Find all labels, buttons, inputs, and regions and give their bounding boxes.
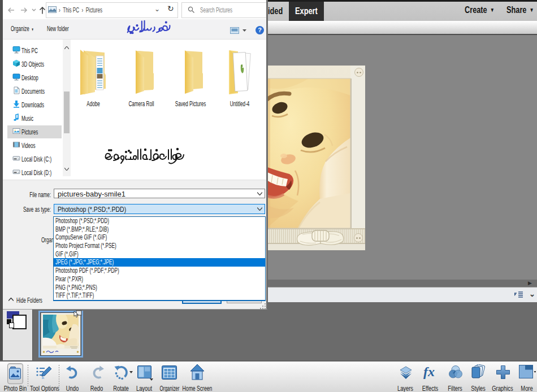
svg-text:fx: fx <box>423 364 435 379</box>
